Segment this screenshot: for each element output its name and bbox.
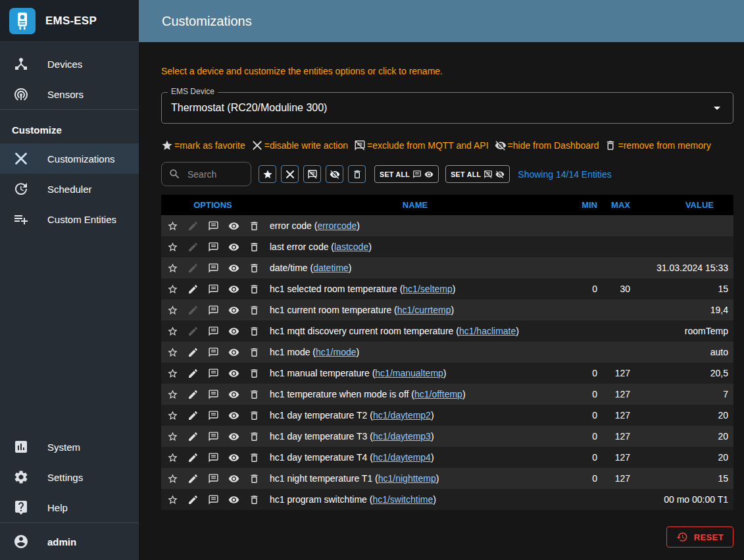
sidebar-item-customizations[interactable]: Customizations [0, 143, 139, 174]
sidebar-item-sensors[interactable]: Sensors [0, 79, 139, 109]
row-delete-button[interactable] [244, 299, 264, 320]
row-edit-button[interactable] [183, 405, 203, 426]
entity-name-cell[interactable]: hc1 night temperature T1 (hc1/nighttemp) [264, 468, 566, 489]
entity-shortname-link[interactable]: hc1/manualtemp [375, 368, 443, 378]
row-favorite-button[interactable] [162, 320, 183, 342]
entity-name-cell[interactable]: error code (errorcode) [264, 215, 566, 236]
row-edit-button[interactable] [183, 426, 203, 447]
entity-name-cell[interactable]: hc1 temperature when mode is off (hc1/of… [264, 384, 566, 405]
row-visibility-button[interactable] [224, 489, 244, 510]
row-visibility-button[interactable] [224, 215, 244, 236]
row-mqtt-exclude-button[interactable] [203, 236, 224, 257]
row-visibility-button[interactable] [224, 405, 244, 426]
row-mqtt-exclude-button[interactable] [203, 342, 224, 363]
row-delete-button[interactable] [244, 278, 264, 299]
filter-exclude-mqtt-button[interactable] [303, 165, 321, 183]
entity-shortname-link[interactable]: hc1/switchtime [372, 494, 433, 505]
row-mqtt-exclude-button[interactable] [203, 257, 224, 278]
filter-disable-write-button[interactable] [281, 165, 299, 183]
sidebar-item-devices[interactable]: Devices [0, 49, 139, 79]
entity-name-cell[interactable]: hc1 mqtt discovery current room temperat… [264, 320, 566, 342]
row-visibility-button[interactable] [224, 320, 244, 342]
row-visibility-button[interactable] [224, 257, 244, 278]
row-favorite-button[interactable] [162, 447, 183, 468]
chevron-down-icon[interactable] [709, 100, 725, 116]
row-favorite-button[interactable] [162, 468, 183, 489]
entity-shortname-link[interactable]: errorcode [317, 220, 357, 231]
entity-shortname-link[interactable]: hc1/mode [316, 347, 356, 357]
sidebar-item-settings[interactable]: Settings [0, 462, 139, 492]
ems-device-select[interactable]: EMS Device Thermostat (RC20/Moduline 300… [161, 92, 733, 124]
entity-shortname-link[interactable]: hc1/daytemp3 [373, 431, 431, 442]
entity-name-cell[interactable]: last error code (lastcode) [264, 236, 566, 257]
row-edit-button[interactable] [183, 278, 203, 299]
entity-name-cell[interactable]: hc1 day temperature T4 (hc1/daytemp4) [264, 447, 566, 468]
row-visibility-button[interactable] [224, 342, 244, 363]
filter-favorite-button[interactable] [259, 165, 276, 183]
entity-name-cell[interactable]: hc1 day temperature T3 (hc1/daytemp3) [264, 426, 566, 447]
entity-shortname-link[interactable]: hc1/daytemp4 [373, 452, 431, 463]
entity-name-cell[interactable]: date/time (datetime) [264, 257, 566, 278]
reset-button[interactable]: RESET [666, 526, 733, 547]
row-visibility-button[interactable] [224, 299, 244, 320]
entity-name-cell[interactable]: hc1 manual temperature (hc1/manualtemp) [264, 363, 566, 384]
row-mqtt-exclude-button[interactable] [203, 489, 224, 510]
sidebar-item-system[interactable]: System [0, 432, 139, 462]
filter-hide-button[interactable] [326, 165, 343, 183]
row-mqtt-exclude-button[interactable] [203, 468, 224, 489]
search-input[interactable] [186, 168, 247, 180]
entity-shortname-link[interactable]: hc1/currtemp [397, 305, 451, 315]
entity-shortname-link[interactable]: hc1/daytemp2 [373, 410, 431, 420]
row-edit-button[interactable] [183, 489, 203, 510]
row-visibility-button[interactable] [224, 426, 244, 447]
entity-name-cell[interactable]: hc1 day temperature T2 (hc1/daytemp2) [264, 405, 566, 426]
row-delete-button[interactable] [244, 405, 264, 426]
row-favorite-button[interactable] [162, 489, 183, 510]
row-favorite-button[interactable] [162, 363, 183, 384]
row-mqtt-exclude-button[interactable] [203, 320, 224, 342]
entity-shortname-link[interactable]: hc1/seltemp [403, 284, 452, 294]
row-favorite-button[interactable] [162, 215, 183, 236]
row-delete-button[interactable] [244, 384, 264, 405]
sidebar-item-help[interactable]: Help [0, 492, 139, 522]
sidebar-item-admin[interactable]: admin [0, 522, 139, 560]
row-visibility-button[interactable] [224, 363, 244, 384]
row-favorite-button[interactable] [162, 236, 183, 257]
row-mqtt-exclude-button[interactable] [203, 278, 224, 299]
search-box[interactable] [161, 162, 251, 186]
row-mqtt-exclude-button[interactable] [203, 299, 224, 320]
filter-remove-button[interactable] [348, 165, 366, 183]
row-mqtt-exclude-button[interactable] [203, 363, 224, 384]
row-visibility-button[interactable] [224, 447, 244, 468]
row-favorite-button[interactable] [162, 426, 183, 447]
entity-name-cell[interactable]: hc1 selected room temperature (hc1/selte… [264, 278, 566, 299]
row-delete-button[interactable] [244, 426, 264, 447]
entity-shortname-link[interactable]: hc1/offtemp [414, 389, 462, 399]
entity-name-cell[interactable]: hc1 program switchtime (hc1/switchtime) [264, 489, 566, 510]
row-favorite-button[interactable] [162, 384, 183, 405]
entity-name-cell[interactable]: hc1 current room temperature (hc1/currte… [264, 299, 566, 320]
row-mqtt-exclude-button[interactable] [203, 384, 224, 405]
row-delete-button[interactable] [244, 363, 264, 384]
sidebar-item-scheduler[interactable]: Scheduler [0, 174, 139, 204]
row-visibility-button[interactable] [224, 384, 244, 405]
entity-shortname-link[interactable]: lastcode [334, 242, 368, 252]
row-visibility-button[interactable] [224, 236, 244, 257]
row-visibility-button[interactable] [224, 278, 244, 299]
row-delete-button[interactable] [244, 342, 264, 363]
entity-name-cell[interactable]: hc1 mode (hc1/mode) [264, 342, 566, 363]
row-delete-button[interactable] [244, 320, 264, 342]
row-mqtt-exclude-button[interactable] [203, 447, 224, 468]
row-delete-button[interactable] [244, 489, 264, 510]
row-delete-button[interactable] [244, 236, 264, 257]
row-edit-button[interactable] [183, 447, 203, 468]
set-all-exclude-button[interactable]: SET ALL [445, 165, 510, 183]
row-delete-button[interactable] [244, 468, 264, 489]
row-favorite-button[interactable] [162, 405, 183, 426]
sidebar-item-custom-entities[interactable]: Custom Entities [0, 204, 139, 234]
row-mqtt-exclude-button[interactable] [203, 215, 224, 236]
row-favorite-button[interactable] [162, 342, 183, 363]
row-delete-button[interactable] [244, 257, 264, 278]
entity-shortname-link[interactable]: hc1/haclimate [459, 326, 516, 336]
row-favorite-button[interactable] [162, 257, 183, 278]
